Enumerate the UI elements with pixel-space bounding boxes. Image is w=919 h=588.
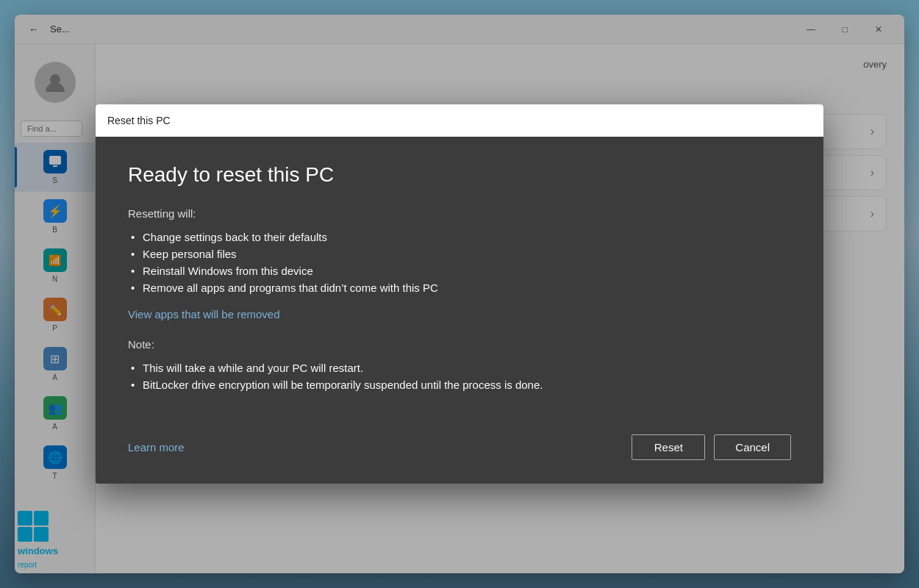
dialog-titlebar: Reset this PC [96,104,823,137]
note-item-1: This will take a while and your PC will … [128,359,791,376]
dialog-title: Reset this PC [107,115,171,126]
bullet-item-1: Change settings back to their defaults [128,229,791,245]
resetting-will-label: Resetting will: [128,207,791,220]
bullet-item-3: Reinstall Windows from this device [128,262,791,279]
dialog-heading: Ready to reset this PC [128,163,791,187]
note-list: This will take a while and your PC will … [128,359,791,393]
note-label: Note: [128,338,791,351]
cancel-button[interactable]: Cancel [714,434,791,460]
resetting-bullet-list: Change settings back to their defaults K… [128,229,791,296]
reset-pc-dialog: Reset this PC Ready to reset this PC Res… [96,104,823,484]
bullet-item-2: Keep personal files [128,245,791,262]
reset-button[interactable]: Reset [632,434,705,460]
dialog-footer: Learn more Reset Cancel [96,420,823,484]
dialog-buttons: Reset Cancel [632,434,791,460]
dialog-overlay: Reset this PC Ready to reset this PC Res… [0,0,919,588]
view-apps-link[interactable]: View apps that will be removed [128,308,280,320]
bullet-item-4: Remove all apps and programs that didn’t… [128,279,791,296]
learn-more-link[interactable]: Learn more [128,441,185,453]
note-item-2: BitLocker drive encryption will be tempo… [128,376,791,393]
dialog-body: Ready to reset this PC Resetting will: C… [96,137,823,420]
